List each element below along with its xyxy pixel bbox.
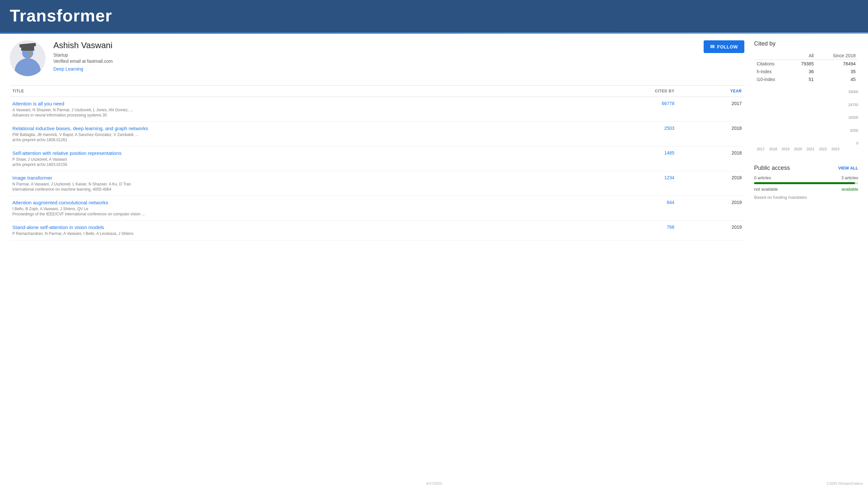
public-access-section: Public access VIEW ALL 0 articles 3 arti… [754,165,858,200]
public-access-title: Public access [754,165,790,171]
based-on-text: Based on funding mandates [754,195,858,200]
cited-by-value[interactable]: 66778 [577,97,677,122]
paper-authors: P Shaw, J Uszkoreit, A Vaswani [12,157,575,162]
stat-all: 79385 [789,60,816,68]
stat-label: h-index [754,68,789,75]
follow-label: FOLLOW [717,44,738,50]
right-column: Cited by All Since 2018 Citations 79385 … [754,40,858,241]
chart-y-labels: 33000247501650082500 [848,90,858,145]
follow-icon: ✉ [710,43,715,50]
year-value: 2019 [677,221,744,241]
paper-authors: N Parmar, A Vaswani, J Uszkoreit, L Kais… [12,182,575,187]
available-count: 3 articles [841,175,858,180]
table-header: TITLE CITED BY YEAR [10,86,744,97]
available-label: available [842,187,858,192]
main-container: Ashish Vaswani Startup Verified email at… [0,34,868,247]
stats-rows: Citations 79385 78494 h-index 36 35 i10-… [754,60,858,84]
x-label: 2022 [817,147,828,155]
papers-list: Attention is all you need A Vaswani, N S… [10,97,744,241]
access-counts-row: 0 articles 3 articles [754,175,858,180]
y-label: 24750 [848,103,858,107]
paper-authors: P Ramachandran, N Parmar, A Vaswani, I B… [12,231,575,236]
access-bar-container [754,182,858,184]
paper-title-link[interactable]: Attention augmented convolutional networ… [12,200,575,205]
avatar [10,40,45,76]
stats-all-header: All [789,52,816,60]
x-label: 2020 [793,147,803,155]
cited-by-value[interactable]: 1485 [577,147,677,171]
access-labels-row: not available available [754,187,858,192]
table-row: Attention is all you need A Vaswani, N S… [10,97,744,122]
graduation-cap-icon [20,43,36,57]
stat-all: 36 [789,68,816,75]
stat-since: 35 [816,68,858,75]
paper-venue: Advances in neural information processin… [12,113,575,118]
view-all-link[interactable]: VIEW ALL [838,166,858,170]
cited-by-value[interactable]: 768 [577,221,677,241]
profile-section: Ashish Vaswani Startup Verified email at… [10,40,744,76]
stats-since-header: Since 2018 [816,52,858,60]
stat-all: 51 [789,75,816,83]
stats-table: All Since 2018 Citations 79385 78494 h-i… [754,52,858,83]
stats-row: Citations 79385 78494 [754,60,858,68]
cited-by-value[interactable]: 1234 [577,171,677,196]
stat-label: Citations [754,60,789,68]
not-available-label: not available [754,187,778,192]
papers-table: TITLE CITED BY YEAR Attention is all you… [10,85,744,241]
citations-chart: 33000247501650082500 2017201820192020202… [754,90,858,155]
access-bar-fill [754,182,855,184]
y-label: 8250 [848,129,858,132]
profile-tag[interactable]: Deep Learning [53,66,696,72]
cited-by-value[interactable]: 844 [577,196,677,221]
profile-org: Startup [53,53,696,58]
cap-tassel [30,51,30,57]
paper-title-link[interactable]: Self-attention with relative position re… [12,150,575,156]
table-row: Stand-alone self-attention in vision mod… [10,221,744,241]
x-label: 2018 [768,147,778,155]
avatar-body [14,58,41,76]
stats-label-col [754,52,789,60]
paper-venue: International conference on machine lear… [12,187,575,192]
paper-title-link[interactable]: Image transformer [12,175,575,181]
table-row: Image transformer N Parmar, A Vaswani, J… [10,171,744,196]
stats-row: i10-index 51 45 [754,75,858,83]
page-title: Transformer [10,6,858,25]
x-label: 2021 [805,147,815,155]
year-value: 2019 [677,196,744,221]
table-row: Self-attention with relative position re… [10,147,744,171]
paper-title-link[interactable]: Relational inductive biases, deep learni… [12,126,575,131]
paper-authors: A Vaswani, N Shazeer, N Parmar, J Uszkor… [12,108,575,112]
profile-name: Ashish Vaswani [53,40,696,51]
cited-by-section: Cited by All Since 2018 Citations 79385 … [754,40,858,155]
paper-title-link[interactable]: Attention is all you need [12,101,575,106]
cited-by-title: Cited by [754,40,858,47]
year-value: 2018 [677,171,744,196]
chart-x-labels: 2017201820192020202120222023 [754,147,842,155]
follow-button[interactable]: ✉ FOLLOW [704,40,744,53]
chart-bars [754,90,842,145]
col-cited-header: CITED BY [577,86,677,97]
public-access-header: Public access VIEW ALL [754,165,858,171]
paper-title-link[interactable]: Stand-alone self-attention in vision mod… [12,225,575,230]
x-label: 2017 [755,147,766,155]
x-label: 2023 [830,147,841,155]
not-available-count: 0 articles [754,175,771,180]
y-label: 0 [848,141,858,145]
paper-authors: I Bello, B Zoph, A Vaswani, J Shlens, QV… [12,206,575,211]
y-label: 16500 [848,116,858,120]
year-value: 2017 [677,97,744,122]
stat-label: i10-index [754,75,789,83]
stat-since: 45 [816,75,858,83]
paper-venue: arXiv preprint arXiv:1806.01261 [12,138,575,142]
year-value: 2018 [677,147,744,171]
y-label: 33000 [848,90,858,94]
header: Transformer [0,0,868,33]
stat-since: 78494 [816,60,858,68]
year-value: 2018 [677,122,744,147]
table-row: Attention augmented convolutional networ… [10,196,744,221]
table-row: Relational inductive biases, deep learni… [10,122,744,147]
x-label: 2019 [780,147,791,155]
profile-email: Verified email at fastmail.com [53,59,696,64]
profile-info: Ashish Vaswani Startup Verified email at… [53,40,696,72]
cited-by-value[interactable]: 2503 [577,122,677,147]
